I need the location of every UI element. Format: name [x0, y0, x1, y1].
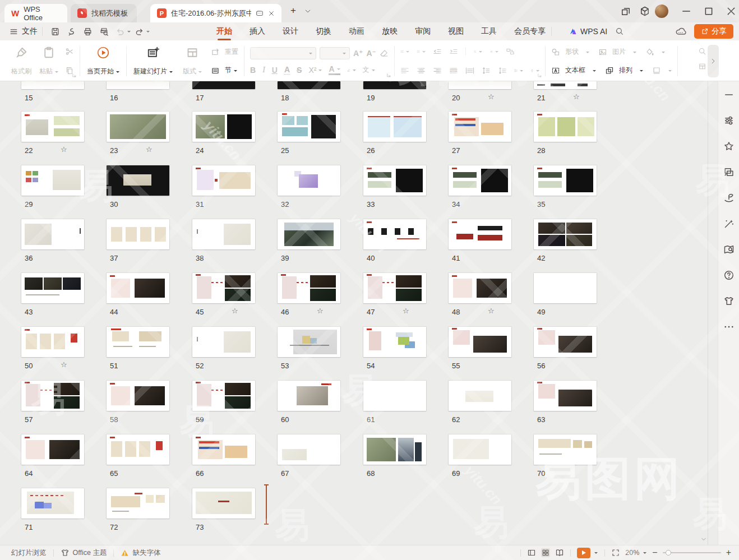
numbered-list-icon[interactable]	[417, 47, 426, 56]
slide-thumbnail-23[interactable]	[107, 112, 169, 142]
align-justify-icon[interactable]	[449, 66, 458, 75]
slide-thumbnail-15[interactable]	[21, 81, 84, 89]
slide-thumbnail-41[interactable]	[449, 219, 511, 249]
slide-thumbnail-19[interactable]	[363, 81, 426, 89]
reading-view-icon[interactable]	[555, 548, 564, 557]
pinyin-guide-button[interactable]: 文	[363, 65, 375, 75]
menu-tab-6[interactable]: 放映	[381, 24, 399, 39]
distribute-text-icon[interactable]	[465, 66, 474, 75]
replace-icon[interactable]	[698, 62, 706, 71]
slide-thumbnail-49[interactable]	[534, 273, 597, 303]
favorite-star-icon[interactable]: ☆	[488, 307, 495, 315]
layout-button[interactable]: 版式	[182, 45, 203, 77]
slide-thumbnail-66[interactable]	[192, 434, 255, 465]
close-button[interactable]	[726, 6, 737, 17]
favorite-star-icon[interactable]: ☆	[146, 145, 153, 154]
multi-window-icon[interactable]	[620, 6, 631, 17]
new-tab-button[interactable]: +	[288, 6, 298, 16]
play-slideshow-button[interactable]	[577, 548, 590, 558]
slide-thumbnail-20[interactable]	[449, 81, 511, 89]
favorite-star-icon[interactable]: ☆	[317, 307, 324, 315]
slide-thumbnail-71[interactable]	[21, 488, 84, 519]
underline-button[interactable]: U	[272, 66, 278, 75]
decrease-font-icon[interactable]: A⁻	[367, 49, 377, 58]
slide-sorter-view-icon[interactable]	[541, 548, 550, 557]
slide-thumbnail-73[interactable]	[192, 488, 255, 519]
font-color-button[interactable]: A	[329, 64, 340, 75]
zoom-slider-knob[interactable]	[666, 550, 671, 556]
clear-format-icon[interactable]	[380, 49, 389, 58]
slide-thumbnail-29[interactable]	[21, 165, 84, 196]
share-button[interactable]: 分享	[694, 24, 733, 39]
slide-thumbnail-37[interactable]	[107, 219, 169, 249]
slide-thumbnail-35[interactable]	[534, 165, 597, 196]
fit-to-window-icon[interactable]	[611, 548, 620, 557]
menu-tab-2[interactable]: 插入	[248, 24, 266, 39]
slide-thumbnail-17[interactable]	[192, 81, 255, 89]
slide-thumbnail-18[interactable]	[278, 81, 340, 89]
tab-wps-home[interactable]: W WPS Office	[4, 4, 67, 22]
menu-tab-8[interactable]: 视图	[447, 24, 465, 39]
sidebar-resources-icon[interactable]	[723, 192, 735, 203]
find-icon[interactable]	[698, 47, 706, 55]
slide-thumbnail-45[interactable]	[192, 273, 255, 303]
slide-thumbnail-59[interactable]	[192, 381, 255, 411]
sidebar-effects-icon[interactable]	[723, 141, 735, 152]
save-icon[interactable]	[50, 27, 60, 36]
slide-thumbnail-55[interactable]	[449, 327, 511, 357]
slide-thumbnail-46[interactable]	[278, 273, 340, 303]
slide-thumbnail-33[interactable]	[363, 165, 426, 196]
decrease-indent-icon[interactable]	[433, 47, 442, 56]
slide-thumbnail-67[interactable]	[278, 434, 340, 465]
slide-thumbnail-52[interactable]	[192, 327, 255, 357]
align-left-icon[interactable]	[400, 66, 409, 75]
print-preview-icon[interactable]	[99, 27, 109, 36]
arrange-button[interactable]: 排列	[605, 66, 643, 75]
reset-button[interactable]: 重置	[211, 47, 238, 57]
missing-fonts-label[interactable]: 缺失字体	[132, 548, 160, 558]
line-spacing-icon[interactable]	[514, 66, 523, 75]
slide-thumbnail-62[interactable]	[449, 381, 511, 411]
slide-thumbnail-24[interactable]	[192, 112, 255, 142]
tab-comment-icon[interactable]	[256, 10, 264, 17]
export-icon[interactable]	[67, 27, 76, 36]
zoom-level[interactable]: 20%	[625, 549, 639, 557]
file-menu-button[interactable]: 文件	[9, 26, 38, 36]
slide-thumbnail-28[interactable]	[534, 112, 597, 142]
slide-thumbnail-56[interactable]	[534, 327, 597, 357]
outline-button[interactable]	[652, 66, 672, 75]
slide-thumbnail-43[interactable]	[21, 273, 84, 303]
font-size-combo[interactable]	[320, 47, 350, 59]
zoom-out-button[interactable]: −	[652, 548, 657, 558]
menu-tab-1[interactable]: 开始	[215, 24, 233, 39]
menu-tab-4[interactable]: 切换	[315, 24, 332, 39]
sidebar-collapse-icon[interactable]	[723, 89, 735, 100]
favorite-star-icon[interactable]: ☆	[573, 92, 580, 101]
print-icon[interactable]	[83, 27, 93, 36]
slide-thumbnail-47[interactable]	[363, 273, 426, 303]
slide-thumbnail-58[interactable]	[107, 381, 169, 411]
slide-thumbnail-38[interactable]	[192, 219, 255, 249]
zoom-in-button[interactable]: +	[726, 548, 731, 558]
italic-button[interactable]: I	[262, 66, 265, 75]
highlight-color-icon[interactable]	[347, 66, 356, 75]
tab-docer-templates[interactable]: 找稻壳模板	[71, 4, 137, 22]
slide-thumbnail-42[interactable]	[534, 219, 597, 249]
slide-thumbnail-44[interactable]	[107, 273, 169, 303]
font-dialog-launcher-icon[interactable]	[386, 73, 392, 78]
ribbon-expand-button[interactable]	[708, 45, 719, 77]
favorite-star-icon[interactable]: ☆	[488, 92, 495, 101]
redo-icon[interactable]	[135, 27, 144, 36]
favorite-star-icon[interactable]: ☆	[232, 307, 238, 315]
align-center-icon[interactable]	[417, 66, 426, 75]
section-button[interactable]: 节	[211, 66, 238, 75]
sidebar-beautify-icon[interactable]	[723, 218, 735, 229]
slide-thumbnail-30[interactable]	[107, 165, 169, 196]
add-space-after-icon[interactable]	[498, 66, 507, 75]
textbox-button[interactable]: 文本框	[551, 66, 596, 75]
cloud-sync-icon[interactable]	[675, 26, 686, 37]
favorite-star-icon[interactable]: ☆	[61, 145, 67, 154]
slide-thumbnail-50[interactable]	[21, 327, 84, 357]
slide-thumbnail-25[interactable]	[278, 112, 340, 142]
slide-thumbnail-21[interactable]	[534, 81, 597, 89]
